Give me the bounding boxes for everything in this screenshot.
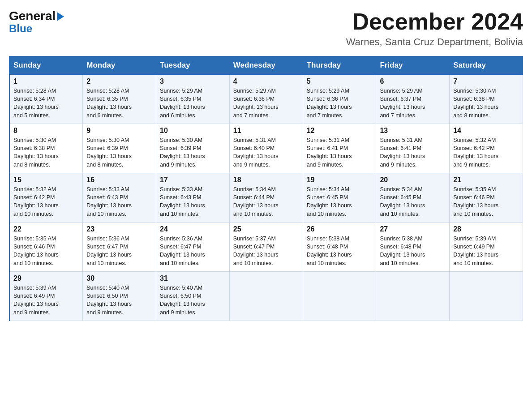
- calendar-day-cell: 22Sunrise: 5:35 AMSunset: 6:46 PMDayligh…: [9, 223, 83, 272]
- calendar-day-cell: 26Sunrise: 5:38 AMSunset: 6:48 PMDayligh…: [303, 223, 376, 272]
- calendar-day-cell: [229, 272, 303, 321]
- day-number: 29: [13, 274, 79, 283]
- day-number: 21: [453, 176, 519, 184]
- day-number: 23: [86, 225, 152, 233]
- title-block: December 2024 Warnes, Santa Cruz Departm…: [346, 9, 523, 48]
- day-of-week-header: Friday: [376, 56, 450, 75]
- day-info: Sunrise: 5:32 AMSunset: 6:42 PMDaylight:…: [13, 185, 79, 218]
- calendar-day-cell: 8Sunrise: 5:30 AMSunset: 6:38 PMDaylight…: [9, 124, 83, 173]
- day-number: 4: [233, 77, 299, 86]
- month-title: December 2024: [346, 9, 523, 34]
- day-number: 16: [86, 176, 152, 184]
- day-number: 30: [86, 274, 152, 283]
- calendar-day-cell: 13Sunrise: 5:31 AMSunset: 6:41 PMDayligh…: [376, 124, 450, 173]
- day-number: 26: [307, 225, 373, 233]
- calendar-day-cell: 23Sunrise: 5:36 AMSunset: 6:47 PMDayligh…: [83, 223, 156, 272]
- calendar-week-row: 1Sunrise: 5:28 AMSunset: 6:34 PMDaylight…: [9, 75, 523, 124]
- calendar-week-row: 29Sunrise: 5:39 AMSunset: 6:49 PMDayligh…: [9, 272, 523, 321]
- day-of-week-header: Thursday: [303, 56, 376, 75]
- calendar-day-cell: 24Sunrise: 5:36 AMSunset: 6:47 PMDayligh…: [156, 223, 230, 272]
- day-number: 18: [233, 176, 299, 184]
- calendar-day-cell: 7Sunrise: 5:30 AMSunset: 6:38 PMDaylight…: [450, 75, 523, 124]
- day-number: 19: [307, 176, 373, 184]
- logo-arrow-icon: [57, 12, 64, 21]
- calendar-day-cell: 25Sunrise: 5:37 AMSunset: 6:47 PMDayligh…: [229, 223, 303, 272]
- day-number: 12: [307, 127, 373, 135]
- calendar-day-cell: [303, 272, 376, 321]
- day-of-week-header: Saturday: [450, 56, 523, 75]
- calendar-day-cell: 19Sunrise: 5:34 AMSunset: 6:45 PMDayligh…: [303, 173, 376, 223]
- day-number: 20: [380, 176, 446, 184]
- calendar-day-cell: 21Sunrise: 5:35 AMSunset: 6:46 PMDayligh…: [450, 173, 523, 223]
- calendar-table: SundayMondayTuesdayWednesdayThursdayFrid…: [9, 56, 523, 321]
- day-number: 14: [453, 127, 519, 135]
- logo: General Blue: [9, 9, 64, 35]
- day-number: 27: [380, 225, 446, 233]
- day-info: Sunrise: 5:39 AMSunset: 6:49 PMDaylight:…: [13, 284, 79, 317]
- calendar-day-cell: 28Sunrise: 5:39 AMSunset: 6:49 PMDayligh…: [450, 223, 523, 272]
- day-number: 1: [13, 77, 79, 86]
- calendar-day-cell: 12Sunrise: 5:31 AMSunset: 6:41 PMDayligh…: [303, 124, 376, 173]
- calendar-day-cell: 14Sunrise: 5:32 AMSunset: 6:42 PMDayligh…: [450, 124, 523, 173]
- calendar-week-row: 8Sunrise: 5:30 AMSunset: 6:38 PMDaylight…: [9, 124, 523, 173]
- calendar-day-cell: 2Sunrise: 5:28 AMSunset: 6:35 PMDaylight…: [83, 75, 156, 124]
- day-number: 8: [13, 127, 79, 135]
- day-number: 9: [86, 127, 152, 135]
- day-info: Sunrise: 5:37 AMSunset: 6:47 PMDaylight:…: [233, 235, 299, 267]
- day-info: Sunrise: 5:39 AMSunset: 6:49 PMDaylight:…: [453, 235, 519, 267]
- day-info: Sunrise: 5:32 AMSunset: 6:42 PMDaylight:…: [453, 136, 519, 169]
- day-info: Sunrise: 5:36 AMSunset: 6:47 PMDaylight:…: [86, 235, 152, 267]
- day-info: Sunrise: 5:31 AMSunset: 6:41 PMDaylight:…: [380, 136, 446, 169]
- calendar-day-cell: 27Sunrise: 5:38 AMSunset: 6:48 PMDayligh…: [376, 223, 450, 272]
- calendar-header-row: SundayMondayTuesdayWednesdayThursdayFrid…: [9, 56, 523, 75]
- day-number: 24: [160, 225, 226, 233]
- day-info: Sunrise: 5:34 AMSunset: 6:45 PMDaylight:…: [380, 185, 446, 218]
- day-number: 3: [160, 77, 226, 86]
- day-number: 25: [233, 225, 299, 233]
- calendar-day-cell: 30Sunrise: 5:40 AMSunset: 6:50 PMDayligh…: [83, 272, 156, 321]
- calendar-week-row: 15Sunrise: 5:32 AMSunset: 6:42 PMDayligh…: [9, 173, 523, 223]
- day-number: 11: [233, 127, 299, 135]
- calendar-day-cell: 31Sunrise: 5:40 AMSunset: 6:50 PMDayligh…: [156, 272, 230, 321]
- day-of-week-header: Sunday: [9, 56, 83, 75]
- calendar-day-cell: 10Sunrise: 5:30 AMSunset: 6:39 PMDayligh…: [156, 124, 230, 173]
- calendar-day-cell: 15Sunrise: 5:32 AMSunset: 6:42 PMDayligh…: [9, 173, 83, 223]
- calendar-day-cell: 9Sunrise: 5:30 AMSunset: 6:39 PMDaylight…: [83, 124, 156, 173]
- day-info: Sunrise: 5:30 AMSunset: 6:38 PMDaylight:…: [13, 136, 79, 169]
- calendar-day-cell: 4Sunrise: 5:29 AMSunset: 6:36 PMDaylight…: [229, 75, 303, 124]
- day-info: Sunrise: 5:33 AMSunset: 6:43 PMDaylight:…: [86, 185, 152, 218]
- calendar-day-cell: 29Sunrise: 5:39 AMSunset: 6:49 PMDayligh…: [9, 272, 83, 321]
- calendar-day-cell: 17Sunrise: 5:33 AMSunset: 6:43 PMDayligh…: [156, 173, 230, 223]
- day-number: 5: [307, 77, 373, 86]
- page-header: General Blue December 2024 Warnes, Santa…: [9, 9, 523, 48]
- calendar-day-cell: 6Sunrise: 5:29 AMSunset: 6:37 PMDaylight…: [376, 75, 450, 124]
- day-info: Sunrise: 5:28 AMSunset: 6:35 PMDaylight:…: [86, 87, 152, 120]
- calendar-week-row: 22Sunrise: 5:35 AMSunset: 6:46 PMDayligh…: [9, 223, 523, 272]
- day-info: Sunrise: 5:31 AMSunset: 6:41 PMDaylight:…: [307, 136, 373, 169]
- day-info: Sunrise: 5:36 AMSunset: 6:47 PMDaylight:…: [160, 235, 226, 267]
- day-info: Sunrise: 5:35 AMSunset: 6:46 PMDaylight:…: [13, 235, 79, 267]
- day-info: Sunrise: 5:35 AMSunset: 6:46 PMDaylight:…: [453, 185, 519, 218]
- day-info: Sunrise: 5:34 AMSunset: 6:44 PMDaylight:…: [233, 185, 299, 218]
- logo-blue-text: Blue: [9, 22, 64, 35]
- day-of-week-header: Tuesday: [156, 56, 230, 75]
- day-info: Sunrise: 5:29 AMSunset: 6:36 PMDaylight:…: [307, 87, 373, 120]
- calendar-day-cell: [450, 272, 523, 321]
- location-title: Warnes, Santa Cruz Department, Bolivia: [346, 36, 523, 48]
- day-info: Sunrise: 5:34 AMSunset: 6:45 PMDaylight:…: [307, 185, 373, 218]
- day-info: Sunrise: 5:30 AMSunset: 6:39 PMDaylight:…: [160, 136, 226, 169]
- calendar-day-cell: 16Sunrise: 5:33 AMSunset: 6:43 PMDayligh…: [83, 173, 156, 223]
- day-number: 22: [13, 225, 79, 233]
- day-number: 6: [380, 77, 446, 86]
- day-info: Sunrise: 5:30 AMSunset: 6:38 PMDaylight:…: [453, 87, 519, 120]
- day-info: Sunrise: 5:33 AMSunset: 6:43 PMDaylight:…: [160, 185, 226, 218]
- calendar-day-cell: 3Sunrise: 5:29 AMSunset: 6:35 PMDaylight…: [156, 75, 230, 124]
- day-number: 17: [160, 176, 226, 184]
- calendar-day-cell: 11Sunrise: 5:31 AMSunset: 6:40 PMDayligh…: [229, 124, 303, 173]
- day-info: Sunrise: 5:30 AMSunset: 6:39 PMDaylight:…: [86, 136, 152, 169]
- day-info: Sunrise: 5:40 AMSunset: 6:50 PMDaylight:…: [86, 284, 152, 317]
- day-number: 31: [160, 274, 226, 283]
- day-info: Sunrise: 5:29 AMSunset: 6:37 PMDaylight:…: [380, 87, 446, 120]
- day-info: Sunrise: 5:28 AMSunset: 6:34 PMDaylight:…: [13, 87, 79, 120]
- calendar-day-cell: 20Sunrise: 5:34 AMSunset: 6:45 PMDayligh…: [376, 173, 450, 223]
